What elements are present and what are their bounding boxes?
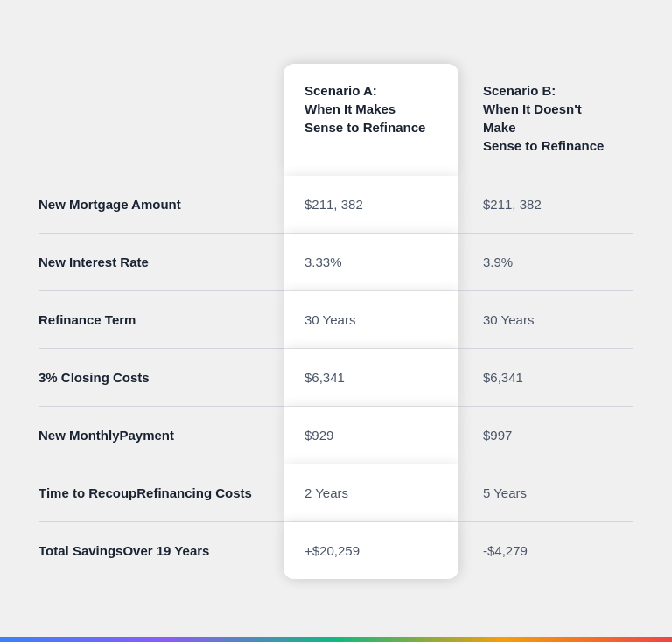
scenario-b-closing: $6,341: [458, 349, 634, 407]
scenario-a-header: Scenario A: When It Makes Sense to Refin…: [284, 64, 458, 176]
scenario-b-header-line2: When It Doesn't Make: [483, 101, 582, 135]
scenario-a-recoup: 2 Years: [284, 464, 458, 522]
row-label-mortgage: New Mortgage Amount: [38, 176, 284, 234]
scenario-b-term: 30 Years: [458, 291, 634, 349]
scenario-a-header-line3: Sense to Refinance: [304, 120, 425, 135]
row-label-savings-line2: Over 19 Years: [122, 541, 209, 560]
scenario-a-closing: $6,341: [284, 349, 458, 407]
scenario-b-savings: -$4,279: [458, 522, 634, 579]
scenario-b-header-line3: Sense to Refinance: [483, 138, 604, 153]
row-label-interest: New Interest Rate: [38, 234, 284, 291]
row-label-savings-line1: Total Savings: [38, 541, 122, 560]
row-label-closing: 3% Closing Costs: [38, 349, 284, 407]
scenario-a-term: 30 Years: [284, 291, 458, 349]
scenario-b-monthly: $997: [458, 407, 634, 464]
row-label-monthly: New Monthly Payment: [38, 407, 284, 464]
row-label-monthly-line1: New Monthly: [38, 426, 120, 444]
row-label-term: Refinance Term: [38, 291, 284, 349]
row-label-recoup-line2: Refinancing Costs: [136, 484, 252, 502]
scenario-b-recoup: 5 Years: [458, 464, 634, 522]
scenario-b-header-line1: Scenario B:: [483, 83, 556, 98]
scenario-a-interest: 3.33%: [284, 234, 458, 291]
comparison-table: Scenario A: When It Makes Sense to Refin…: [38, 64, 634, 579]
scenario-a-header-line2: When It Makes: [304, 101, 396, 116]
scenario-a-savings: +$20,259: [284, 522, 458, 579]
table-grid: Scenario A: When It Makes Sense to Refin…: [38, 64, 634, 579]
row-label-savings: Total Savings Over 19 Years: [38, 522, 284, 579]
header-row-label: [38, 64, 284, 176]
scenario-b-header: Scenario B: When It Doesn't Make Sense t…: [458, 64, 634, 176]
scenario-a-header-line1: Scenario A:: [304, 83, 377, 98]
scenario-b-interest: 3.9%: [458, 234, 634, 291]
row-label-recoup: Time to Recoup Refinancing Costs: [38, 464, 284, 522]
row-label-recoup-line1: Time to Recoup: [38, 484, 136, 502]
scenario-a-monthly: $929: [284, 407, 458, 464]
bottom-color-bar: [0, 637, 672, 642]
row-label-monthly-line2: Payment: [120, 426, 175, 444]
scenario-b-mortgage: $211, 382: [458, 176, 634, 234]
scenario-a-mortgage: $211, 382: [284, 176, 458, 234]
